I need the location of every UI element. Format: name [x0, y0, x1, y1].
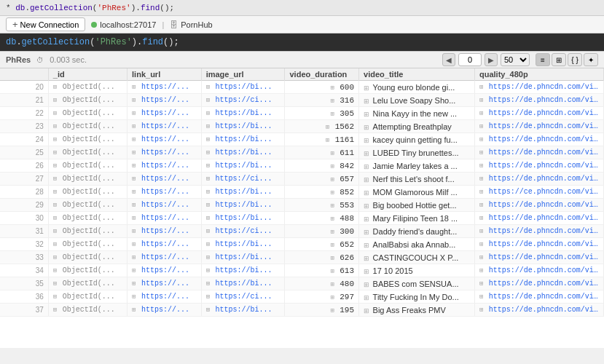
expand-icon[interactable]: ⊞ — [132, 189, 140, 196]
expand-icon[interactable]: ⊞ — [53, 136, 61, 143]
expand-icon[interactable]: ⊞ — [364, 124, 372, 131]
expand-icon[interactable]: ⊞ — [206, 162, 214, 170]
expand-icon[interactable]: ⊞ — [330, 150, 338, 157]
expand-icon[interactable]: ⊞ — [364, 84, 372, 92]
expand-icon[interactable]: ⊞ — [364, 281, 372, 288]
expand-icon[interactable]: ⊞ — [132, 254, 140, 261]
expand-icon[interactable]: ⊞ — [53, 162, 61, 170]
table-row[interactable]: 24⊞ ObjectId(...⊞ https://...⊞ https://b… — [0, 133, 604, 146]
expand-icon[interactable]: ⊞ — [206, 306, 214, 314]
expand-icon[interactable]: ⊞ — [206, 136, 214, 143]
expand-icon[interactable]: ⊞ — [479, 97, 487, 104]
expand-icon[interactable]: ⊞ — [330, 84, 338, 92]
expand-icon[interactable]: ⊞ — [364, 137, 372, 144]
table-view-button[interactable]: ≡ — [536, 53, 550, 66]
expand-icon[interactable]: ⊞ — [206, 97, 214, 104]
expand-icon[interactable]: ⊞ — [53, 123, 61, 130]
expand-icon[interactable]: ⊞ — [132, 136, 140, 143]
table-row[interactable]: 31⊞ ObjectId(...⊞ https://...⊞ https://c… — [0, 225, 604, 238]
expand-icon[interactable]: ⊞ — [132, 215, 140, 222]
expand-icon[interactable]: ⊞ — [132, 175, 140, 183]
expand-icon[interactable]: ⊞ — [206, 254, 214, 261]
expand-icon[interactable]: ⊞ — [364, 307, 372, 314]
table-row[interactable]: 36⊞ ObjectId(...⊞ https://...⊞ https://c… — [0, 290, 604, 304]
table-row[interactable]: 22⊞ ObjectId(...⊞ https://...⊞ https://b… — [0, 107, 604, 120]
expand-icon[interactable]: ⊞ — [206, 149, 214, 157]
expand-icon[interactable]: ⊞ — [53, 149, 61, 157]
expand-icon[interactable]: ⊞ — [364, 255, 372, 262]
expand-icon[interactable]: ⊞ — [206, 123, 214, 130]
expand-icon[interactable]: ⊞ — [53, 202, 61, 209]
expand-icon[interactable]: ⊞ — [364, 229, 372, 236]
page-size-select[interactable]: 50 100 200 — [501, 53, 530, 66]
expand-icon[interactable]: ⊞ — [326, 137, 334, 144]
new-connection-button[interactable]: + New Connection — [6, 17, 85, 31]
expand-icon[interactable]: ⊞ — [479, 175, 487, 183]
expand-icon[interactable]: ⊞ — [479, 228, 487, 235]
table-row[interactable]: 23⊞ ObjectId(...⊞ https://...⊞ https://b… — [0, 120, 604, 133]
expand-icon[interactable]: ⊞ — [53, 241, 61, 248]
expand-icon[interactable]: ⊞ — [330, 268, 338, 275]
expand-icon[interactable]: ⊞ — [53, 293, 61, 301]
expand-icon[interactable]: ⊞ — [206, 189, 214, 196]
expand-icon[interactable]: ⊞ — [206, 228, 214, 235]
expand-icon[interactable]: ⊞ — [364, 268, 372, 275]
table-row[interactable]: 30⊞ ObjectId(...⊞ https://...⊞ https://b… — [0, 212, 604, 225]
expand-icon[interactable]: ⊞ — [132, 306, 140, 314]
table-row[interactable]: 28⊞ ObjectId(...⊞ https://...⊞ https://b… — [0, 186, 604, 199]
expand-icon[interactable]: ⊞ — [53, 215, 61, 222]
expand-icon[interactable]: ⊞ — [364, 202, 372, 210]
expand-icon[interactable]: ⊞ — [132, 123, 140, 130]
expand-icon[interactable]: ⊞ — [364, 150, 372, 157]
expand-icon[interactable]: ⊞ — [330, 189, 338, 197]
expand-icon[interactable]: ⊞ — [53, 280, 61, 288]
expand-icon[interactable]: ⊞ — [132, 293, 140, 301]
expand-icon[interactable]: ⊞ — [132, 241, 140, 248]
expand-icon[interactable]: ⊞ — [206, 84, 214, 91]
query-bar[interactable]: db.getCollection('PhRes').find(); — [0, 33, 604, 51]
col-image-url[interactable]: image_url — [201, 68, 285, 81]
expand-icon[interactable]: ⊞ — [479, 241, 487, 248]
custom-view-button[interactable]: ✦ — [584, 53, 598, 66]
expand-icon[interactable]: ⊞ — [479, 149, 487, 157]
table-row[interactable]: 35⊞ ObjectId(...⊞ https://...⊞ https://b… — [0, 277, 604, 290]
expand-icon[interactable]: ⊞ — [206, 267, 214, 274]
expand-icon[interactable]: ⊞ — [206, 215, 214, 222]
expand-icon[interactable]: ⊞ — [364, 294, 372, 301]
expand-icon[interactable]: ⊞ — [479, 254, 487, 261]
expand-icon[interactable]: ⊞ — [479, 136, 487, 143]
expand-icon[interactable]: ⊞ — [479, 189, 487, 196]
expand-icon[interactable]: ⊞ — [132, 280, 140, 288]
table-row[interactable]: 33⊞ ObjectId(...⊞ https://...⊞ https://b… — [0, 251, 604, 264]
expand-icon[interactable]: ⊞ — [132, 97, 140, 104]
table-row[interactable]: 26⊞ ObjectId(...⊞ https://...⊞ https://b… — [0, 159, 604, 173]
table-row[interactable]: 27⊞ ObjectId(...⊞ https://...⊞ https://c… — [0, 173, 604, 186]
expand-icon[interactable]: ⊞ — [206, 202, 214, 209]
expand-icon[interactable]: ⊞ — [364, 163, 372, 170]
expand-icon[interactable]: ⊞ — [330, 215, 338, 223]
expand-icon[interactable]: ⊞ — [330, 111, 338, 118]
table-row[interactable]: 21⊞ ObjectId(...⊞ https://...⊞ https://c… — [0, 94, 604, 107]
expand-icon[interactable]: ⊞ — [206, 293, 214, 301]
expand-icon[interactable]: ⊞ — [53, 228, 61, 235]
expand-icon[interactable]: ⊞ — [364, 242, 372, 249]
expand-icon[interactable]: ⊞ — [330, 255, 338, 262]
expand-icon[interactable]: ⊞ — [479, 84, 487, 91]
expand-icon[interactable]: ⊞ — [53, 175, 61, 183]
expand-icon[interactable]: ⊞ — [53, 84, 61, 91]
expand-icon[interactable]: ⊞ — [479, 202, 487, 209]
table-row[interactable]: 32⊞ ObjectId(...⊞ https://...⊞ https://b… — [0, 238, 604, 251]
expand-icon[interactable]: ⊞ — [53, 254, 61, 261]
expand-icon[interactable]: ⊞ — [132, 84, 140, 91]
expand-icon[interactable]: ⊞ — [206, 280, 214, 288]
prev-page-button[interactable]: ◀ — [442, 53, 455, 66]
next-page-button[interactable]: ▶ — [485, 53, 498, 66]
expand-icon[interactable]: ⊞ — [132, 228, 140, 235]
expand-icon[interactable]: ⊞ — [330, 98, 338, 105]
expand-icon[interactable]: ⊞ — [330, 163, 338, 170]
expand-icon[interactable]: ⊞ — [206, 110, 214, 117]
expand-icon[interactable]: ⊞ — [206, 241, 214, 248]
expand-icon[interactable]: ⊞ — [479, 162, 487, 170]
expand-icon[interactable]: ⊞ — [206, 175, 214, 183]
expand-icon[interactable]: ⊞ — [330, 242, 338, 249]
